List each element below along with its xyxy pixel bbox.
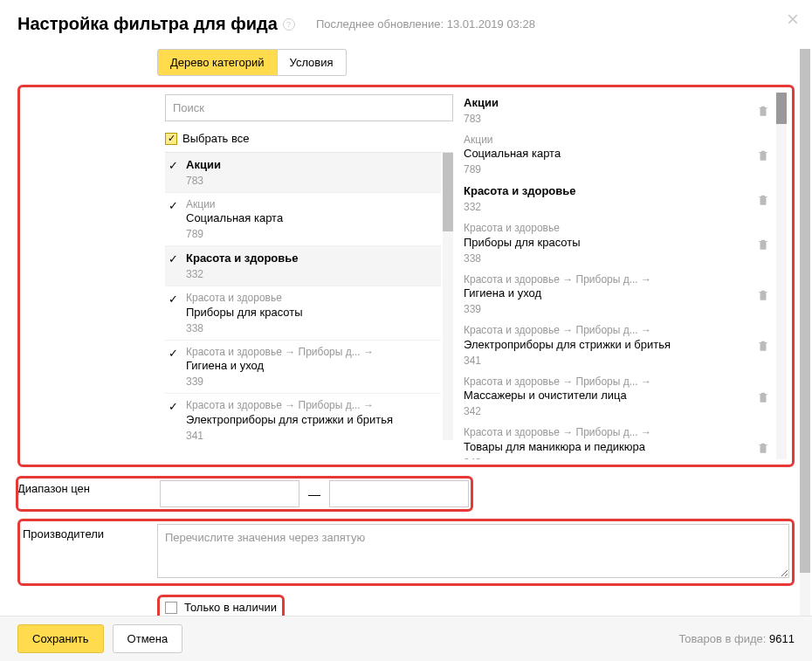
- body-scrollbar-thumb[interactable]: [800, 49, 810, 573]
- tab-category-tree[interactable]: Дерево категорий: [157, 49, 278, 76]
- selected-row: Красота и здоровье → Приборы д... →Масса…: [464, 372, 774, 423]
- manufacturers-highlight: Производители: [17, 519, 795, 586]
- in-stock-label: Только в наличии: [184, 601, 277, 614]
- selected-name: Акции: [464, 96, 748, 111]
- category-crumb: Акции: [186, 198, 437, 212]
- manufacturers-input[interactable]: [157, 524, 789, 578]
- selected-count: 338: [464, 252, 748, 265]
- category-row[interactable]: ✓Красота и здоровье → Приборы д... →Гиги…: [165, 341, 441, 394]
- selected-categories-pane: Акции783АкцииСоциальная карта789Красота …: [464, 93, 787, 459]
- tabs: Дерево категорий Условия: [157, 49, 795, 76]
- category-name: Гигиена и уход: [186, 359, 437, 374]
- selected-row: Красота и здоровьеПриборы для красоты338: [464, 218, 774, 269]
- category-count: 339: [186, 375, 437, 388]
- help-icon[interactable]: ?: [283, 18, 295, 31]
- selected-crumb: Акции: [464, 134, 748, 148]
- trash-icon[interactable]: [757, 391, 769, 403]
- selected-list-scrollbar[interactable]: [776, 93, 787, 459]
- selected-count: 343: [464, 457, 748, 459]
- trash-icon[interactable]: [757, 149, 769, 162]
- category-count: 789: [186, 228, 437, 240]
- selected-row: Красота и здоровье332: [464, 181, 774, 218]
- feed-count-label: Товаров в фиде:: [678, 632, 769, 645]
- trash-icon[interactable]: [757, 105, 769, 117]
- category-count: 341: [186, 430, 437, 440]
- category-count: 338: [186, 322, 437, 334]
- trash-icon[interactable]: [757, 340, 769, 352]
- trash-icon[interactable]: [757, 442, 769, 454]
- category-row[interactable]: ✓АкцииСоциальная карта789: [165, 193, 441, 246]
- manufacturers-label: Производители: [23, 524, 157, 541]
- check-icon: ✓: [169, 400, 178, 413]
- category-list: ✓Акции783✓АкцииСоциальная карта789✓Красо…: [165, 152, 453, 440]
- category-name: Приборы для красоты: [186, 306, 437, 320]
- trash-icon[interactable]: [757, 289, 769, 301]
- modal-footer: Сохранить Отмена Товаров в фиде: 9611: [0, 616, 812, 661]
- selected-count: 789: [464, 163, 748, 176]
- selected-count: 342: [464, 405, 748, 417]
- category-row[interactable]: ✓Красота и здоровьеПриборы для красоты33…: [165, 286, 441, 340]
- selected-name: Приборы для красоты: [464, 236, 748, 251]
- selected-name: Товары для маникюра и педикюра: [464, 440, 748, 455]
- selected-row: Красота и здоровье → Приборы д... →Товар…: [464, 423, 774, 459]
- category-list-scrollbar[interactable]: [443, 153, 453, 440]
- category-name: Социальная карта: [186, 211, 437, 226]
- price-range-highlight: —: [16, 476, 473, 512]
- save-button[interactable]: Сохранить: [17, 624, 104, 653]
- in-stock-highlight: Только в наличии: [157, 595, 285, 616]
- category-name: Электроприборы для стрижки и бритья: [186, 413, 437, 428]
- select-all-checkbox[interactable]: [165, 133, 177, 145]
- trash-icon[interactable]: [757, 238, 769, 251]
- category-count: 332: [186, 268, 437, 280]
- modal-title: Настройка фильтра для фида: [17, 14, 278, 34]
- category-crumb: Красота и здоровье → Приборы д... →: [186, 346, 437, 360]
- feed-count-value: 9611: [769, 632, 795, 645]
- selected-count: 341: [464, 355, 748, 367]
- selected-row: Красота и здоровье → Приборы д... →Гигие…: [464, 270, 774, 320]
- selected-count: 339: [464, 303, 748, 315]
- check-icon: ✓: [169, 199, 178, 212]
- modal-header: Настройка фильтра для фида ? Последнее о…: [0, 0, 812, 45]
- selected-row: АкцииСоциальная карта789: [464, 130, 774, 181]
- trash-icon[interactable]: [757, 194, 769, 206]
- selected-name: Социальная карта: [464, 147, 748, 162]
- category-row[interactable]: ✓Красота и здоровье → Приборы д... →Элек…: [165, 394, 441, 440]
- category-row[interactable]: ✓Акции783: [165, 153, 441, 193]
- selected-count: 332: [464, 201, 748, 213]
- search-input[interactable]: [165, 94, 453, 121]
- check-icon: ✓: [169, 252, 178, 265]
- selected-name: Гигиена и уход: [464, 286, 748, 301]
- selected-crumb: Красота и здоровье: [464, 222, 748, 236]
- category-count: 783: [186, 175, 437, 187]
- category-name: Красота и здоровье: [186, 251, 437, 266]
- selected-crumb: Красота и здоровье → Приборы д... →: [464, 273, 748, 287]
- category-crumb: Красота и здоровье: [186, 292, 437, 306]
- selected-row: Акции783: [464, 93, 774, 130]
- selected-crumb: Красота и здоровье → Приборы д... →: [464, 375, 748, 389]
- in-stock-checkbox[interactable]: [165, 602, 177, 614]
- body-scrollbar-track[interactable]: [800, 49, 810, 616]
- category-list-scroll-thumb[interactable]: [443, 153, 453, 231]
- category-crumb: Красота и здоровье → Приборы д... →: [186, 399, 437, 413]
- category-row[interactable]: ✓Красота и здоровье332: [165, 246, 441, 286]
- price-min-input[interactable]: [160, 480, 299, 507]
- close-icon[interactable]: ×: [782, 9, 803, 30]
- price-max-input[interactable]: [329, 480, 469, 507]
- category-tree-pane: Выбрать все ✓Акции783✓АкцииСоциальная ка…: [165, 93, 453, 459]
- selected-row: Красота и здоровье → Приборы д... →Элект…: [464, 320, 774, 371]
- price-dash: —: [308, 487, 320, 501]
- select-all-label: Выбрать все: [182, 132, 249, 145]
- selected-name: Массажеры и очистители лица: [464, 389, 748, 403]
- selected-count: 783: [464, 113, 748, 125]
- check-icon: ✓: [169, 347, 178, 360]
- tab-conditions[interactable]: Условия: [278, 49, 347, 76]
- last-update-text: Последнее обновление: 13.01.2019 03:28: [316, 17, 535, 31]
- selected-crumb: Красота и здоровье → Приборы д... →: [464, 426, 748, 440]
- categories-section-highlight: Выбрать все ✓Акции783✓АкцииСоциальная ка…: [17, 85, 795, 467]
- selected-name: Красота и здоровье: [464, 184, 748, 199]
- cancel-button[interactable]: Отмена: [113, 624, 183, 653]
- check-icon: ✓: [169, 293, 178, 306]
- selected-name: Электроприборы для стрижки и бритья: [464, 338, 748, 353]
- selected-list-scroll-thumb[interactable]: [776, 93, 787, 124]
- selected-crumb: Красота и здоровье → Приборы д... →: [464, 324, 748, 338]
